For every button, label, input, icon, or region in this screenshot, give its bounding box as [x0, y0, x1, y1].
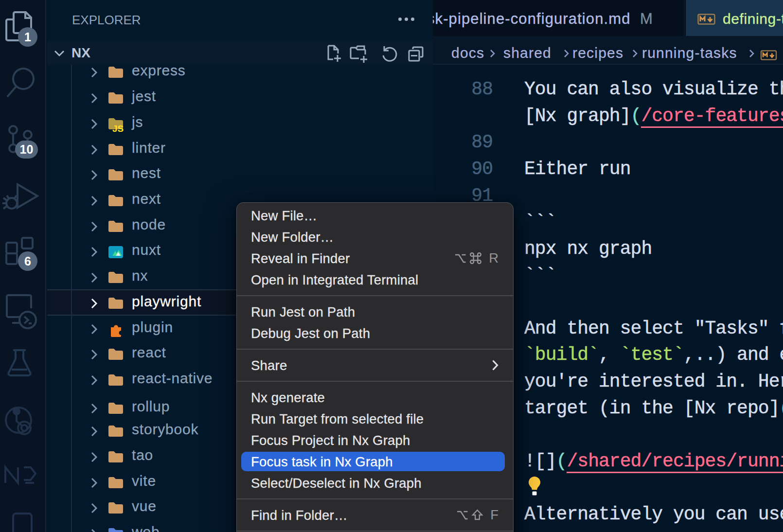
- svg-text:JS: JS: [112, 124, 124, 132]
